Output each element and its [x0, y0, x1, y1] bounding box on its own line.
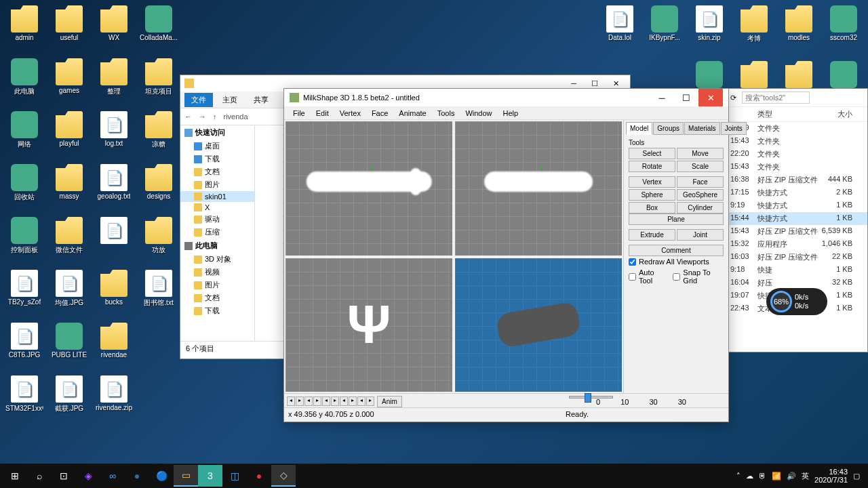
move-button[interactable]: Move: [677, 148, 724, 159]
menu-animate[interactable]: Animate: [394, 108, 431, 119]
desktop-icon[interactable]: 功放: [140, 217, 178, 260]
table-row[interactable]: 16:38好压 ZIP 压缩文件444 KB: [726, 174, 867, 186]
menu-window[interactable]: Window: [460, 108, 496, 119]
viewport-perspective[interactable]: [455, 258, 622, 392]
breadcrumb[interactable]: rivenda: [224, 113, 248, 121]
taskbar-app[interactable]: ∞: [100, 465, 125, 487]
desktop-icon[interactable]: modles: [780, 5, 818, 49]
tab-share[interactable]: 共享: [247, 93, 275, 107]
taskbar-app[interactable]: 3: [198, 465, 222, 487]
sidebar-item[interactable]: 文档: [180, 291, 254, 304]
menu-help[interactable]: Help: [498, 108, 524, 119]
comment-button[interactable]: Comment: [629, 245, 724, 256]
cylinder-button[interactable]: Cylinder: [677, 202, 724, 214]
desktop-icon[interactable]: 📄STM32F1xx中文参考...: [5, 375, 43, 419]
sidebar-item[interactable]: skin01: [180, 191, 254, 202]
table-row[interactable]: 9:19快捷方式1 KB: [726, 199, 867, 212]
system-tray[interactable]: ˄ ☁ ⛨ 📶 🔊 英 16:43 2020/7/31 ▢: [731, 468, 865, 484]
this-pc-header[interactable]: 此电脑: [180, 239, 254, 253]
sidebar-item[interactable]: 驱动: [180, 213, 254, 226]
desktop-icon[interactable]: designs: [140, 164, 178, 207]
taskbar-app[interactable]: ◈: [76, 465, 100, 487]
desktop-icon[interactable]: 📄图书馆.txt: [140, 270, 178, 313]
select-button[interactable]: Select: [629, 148, 675, 159]
search-input[interactable]: [742, 92, 810, 104]
table-row[interactable]: 15:43文件夹: [726, 161, 867, 174]
chrome-button[interactable]: 🔵: [149, 465, 174, 487]
desktop-icon[interactable]: 📄TB2y_sZof: [5, 270, 43, 313]
desktop-icon[interactable]: 考博: [735, 5, 773, 49]
maximize-button[interactable]: ☐: [674, 89, 698, 106]
box-button[interactable]: Box: [629, 202, 675, 214]
maximize-button[interactable]: ☐: [585, 79, 605, 88]
refresh-icon[interactable]: ⟳: [730, 94, 736, 102]
desktop-icon[interactable]: 📄均值.JPG: [50, 270, 88, 313]
explorer-button[interactable]: ▭: [174, 465, 198, 487]
clock[interactable]: 16:43 2020/7/31: [814, 468, 848, 484]
milkshape-titlebar[interactable]: MilkShape 3D 1.8.5 beta2 - untitled ─ ☐ …: [284, 89, 728, 106]
desktop-icon[interactable]: bucks: [95, 270, 133, 313]
tab-groups[interactable]: Groups: [653, 122, 684, 135]
taskbar-app[interactable]: ◫: [222, 465, 247, 487]
wifi-icon[interactable]: 📶: [772, 472, 781, 481]
table-row[interactable]: 17:15快捷方式2 KB: [726, 186, 867, 199]
sidebar-item[interactable]: 下载: [180, 152, 254, 165]
milkshape-taskbar[interactable]: ◇: [271, 465, 296, 487]
joint-button[interactable]: Joint: [677, 229, 724, 241]
tab-home[interactable]: 主页: [216, 93, 244, 107]
table-row[interactable]: 15:43文件夹: [726, 135, 867, 148]
extrude-button[interactable]: Extrude: [629, 229, 675, 241]
desktop-icon[interactable]: rivendae: [95, 323, 133, 366]
quick-access-header[interactable]: 快速访问: [180, 125, 254, 140]
table-row[interactable]: 15:44快捷方式1 KB: [726, 212, 867, 225]
menu-face[interactable]: Face: [367, 108, 393, 119]
sidebar-item[interactable]: 压缩: [180, 226, 254, 239]
ime-indicator[interactable]: 英: [802, 471, 809, 481]
milkshape-3d-window[interactable]: MilkShape 3D 1.8.5 beta2 - untitled ─ ☐ …: [283, 88, 729, 422]
sidebar-item[interactable]: 桌面: [180, 140, 254, 152]
task-view-button[interactable]: ⊡: [52, 465, 76, 487]
column-headers[interactable]: 类型大小: [726, 107, 867, 122]
menu-edit[interactable]: Edit: [311, 108, 334, 119]
tab-file[interactable]: 文件: [184, 93, 213, 107]
desktop-icon[interactable]: 整理: [95, 58, 133, 102]
start-button[interactable]: ⊞: [3, 465, 27, 487]
desktop-icon[interactable]: games: [50, 58, 88, 102]
rotate-button[interactable]: Rotate: [629, 161, 675, 172]
desktop-icon[interactable]: sscom32: [825, 5, 863, 49]
face-button[interactable]: Face: [677, 176, 724, 188]
minimize-button[interactable]: ─: [564, 79, 583, 88]
tray-up-icon[interactable]: ˄: [736, 472, 741, 481]
desktop-icon[interactable]: 📄C8T6.JPG: [5, 323, 43, 366]
plane-button[interactable]: Plane: [629, 214, 724, 225]
close-button[interactable]: ✕: [698, 89, 723, 106]
table-row[interactable]: 9:18快捷1 KB: [726, 264, 867, 277]
vertex-button[interactable]: Vertex: [629, 176, 675, 188]
viewport-front[interactable]: [285, 121, 452, 256]
close-button[interactable]: ✕: [606, 79, 626, 88]
scale-button[interactable]: Scale: [677, 161, 724, 172]
desktop-icon[interactable]: 📄skin.zip: [690, 5, 728, 49]
up-button[interactable]: ↑: [213, 113, 217, 121]
volume-icon[interactable]: 🔊: [787, 472, 796, 481]
desktop-icon[interactable]: 📄log.txt: [95, 111, 133, 155]
sidebar-item[interactable]: X: [180, 202, 254, 213]
table-row[interactable]: 16:03好压 ZIP 压缩文件22 KB: [726, 251, 867, 264]
viewport-top[interactable]: Ψ: [285, 258, 452, 392]
desktop-icon[interactable]: 此电脑: [5, 58, 43, 102]
sidebar-item[interactable]: 图片: [180, 178, 254, 191]
table-row[interactable]: 15:32应用程序1,046 KB: [726, 238, 867, 251]
desktop-icon[interactable]: 📄Data.lol: [601, 5, 639, 49]
desktop-icon[interactable]: WX: [95, 5, 133, 49]
geosphere-button[interactable]: GeoSphere: [677, 189, 724, 201]
desktop-icon[interactable]: ColladaMa...: [140, 5, 178, 49]
desktop-icon[interactable]: 回收站: [5, 164, 43, 207]
cpu-monitor-widget[interactable]: 68% 0k/s0k/s: [766, 288, 827, 315]
table-row[interactable]: 22:20文件夹: [726, 148, 867, 161]
desktop-icon[interactable]: 网络: [5, 111, 43, 155]
sidebar-item[interactable]: 图片: [180, 279, 254, 291]
back-button[interactable]: ←: [184, 113, 192, 121]
menu-file[interactable]: File: [288, 108, 310, 119]
desktop-icon[interactable]: 坦克项目: [140, 58, 178, 102]
minimize-button[interactable]: ─: [650, 89, 674, 106]
